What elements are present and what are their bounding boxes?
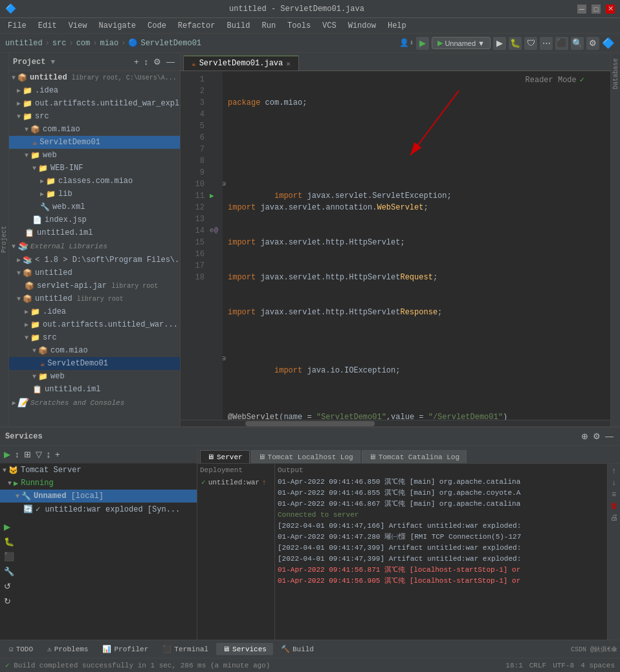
section-scratches[interactable]: ▶ 📝 Scratches and Consoles xyxy=(9,396,180,410)
svc-item-running[interactable]: ▼ ▶ Running xyxy=(0,477,197,490)
log-scroll-down-btn[interactable]: ↓ xyxy=(612,478,616,487)
services-settings-button[interactable]: ⚙ xyxy=(592,430,602,442)
tree-item-commiao2[interactable]: ▼ 📦 com.miao xyxy=(9,344,180,357)
log-clear-btn[interactable]: 🗑 xyxy=(610,501,618,510)
svc-reload-btn[interactable]: ↻ xyxy=(3,595,12,607)
close-button[interactable]: ✕ xyxy=(606,5,615,14)
tree-item-web2[interactable]: ▼ 📁 web xyxy=(9,370,180,383)
menu-view[interactable]: View xyxy=(63,20,93,32)
svc-sort-button[interactable]: ↨ xyxy=(45,448,52,461)
minimize-button[interactable]: ─ xyxy=(577,5,586,14)
svc-item-tomcat[interactable]: ▼ 🐱 Tomcat Server xyxy=(0,464,197,477)
project-dropdown[interactable]: ▼ xyxy=(50,58,55,66)
add-project-button[interactable]: + xyxy=(133,56,140,68)
build-button[interactable]: ▶ xyxy=(416,37,429,50)
editor-scrollbar[interactable] xyxy=(181,420,610,426)
tree-item-jdk[interactable]: ▶ 📚 < 1.8 > D:\soft\Program Files\... xyxy=(9,254,180,266)
tree-item-commiao[interactable]: ▼ 📦 com.miao xyxy=(9,123,180,136)
settings-button[interactable]: ⚙ xyxy=(586,37,599,50)
log-wrap-btn[interactable]: ≡ xyxy=(612,490,616,499)
tree-item-out[interactable]: ▶ 📁 out.artifacts.untitled_war_explo... xyxy=(9,97,180,110)
menu-window[interactable]: Window xyxy=(343,20,381,32)
tree-item-webxml[interactable]: 🔧 web.xml xyxy=(9,201,180,213)
menu-code[interactable]: Code xyxy=(142,20,172,32)
project-side-label[interactable]: Project xyxy=(0,221,9,258)
tree-item-idea[interactable]: ▶ 📁 .idea xyxy=(9,84,180,97)
menu-help[interactable]: Help xyxy=(382,20,412,32)
svc-tab-server[interactable]: 🖥 Server xyxy=(200,450,250,463)
menu-tools[interactable]: Tools xyxy=(282,20,316,32)
tab-servletdemo01[interactable]: ☕ ServletDemo01.java ✕ xyxy=(183,56,299,70)
tree-item-classes[interactable]: ▶ 📁 classes.com.miao xyxy=(9,175,180,188)
log-print-btn[interactable]: 🖨 xyxy=(610,513,618,522)
menu-edit[interactable]: Edit xyxy=(33,20,62,32)
tree-item-iml2[interactable]: 📋 untitled.iml xyxy=(9,383,180,396)
svc-btn2[interactable]: ↕ xyxy=(14,448,21,461)
gear-button[interactable]: ⚙ xyxy=(152,56,162,68)
dep-item-war[interactable]: ✓ untitled:war ↑ xyxy=(200,477,272,488)
svc-debug-btn[interactable]: 🐛 xyxy=(3,536,16,548)
maximize-button[interactable]: □ xyxy=(592,5,601,14)
tab-todo[interactable]: ☑ TODO xyxy=(3,643,39,655)
menu-vcs[interactable]: VCS xyxy=(317,20,342,32)
g11-run-icon[interactable]: ▶ xyxy=(210,190,223,202)
breadcrumb-part-1[interactable]: untitled xyxy=(5,39,43,48)
status-indent[interactable]: 4 spaces xyxy=(581,662,615,669)
svc-run-btn[interactable]: ▶ xyxy=(3,521,12,533)
coverage-button[interactable]: 🛡 xyxy=(524,37,537,50)
breadcrumb-part-2[interactable]: src xyxy=(52,39,67,48)
tree-item-src[interactable]: ▼ 📁 src xyxy=(9,110,180,123)
tree-item-untitled-lib[interactable]: ▼ 📦 untitled xyxy=(9,266,180,279)
svc-item-war[interactable]: 🔄 ✓ untitled:war exploded [Syn... xyxy=(0,503,197,515)
tree-item-webinf[interactable]: ▼ 📁 WEB-INF xyxy=(9,162,180,175)
debug-button[interactable]: 🐛 xyxy=(509,37,522,50)
tab-terminal[interactable]: ⬛ Terminal xyxy=(156,643,215,655)
sync-project-button[interactable]: ↕ xyxy=(143,56,150,68)
status-position[interactable]: 18:1 xyxy=(505,662,522,669)
svc-tab-catalina[interactable]: 🖥 Tomcat Catalina Log xyxy=(362,450,467,463)
tab-services[interactable]: 🖥 Services xyxy=(216,643,273,655)
status-encoding[interactable]: CRLF xyxy=(529,662,546,669)
g14-icons[interactable]: ⊙ @ xyxy=(210,225,223,237)
tree-item-out2[interactable]: ▶ 📁 out.artifacts.untitled_war... xyxy=(9,318,180,331)
section-external-libraries[interactable]: ▼ 📚 External Libraries xyxy=(9,239,180,254)
run-config-button[interactable]: ▶ Unnamed ▼ xyxy=(432,37,491,49)
database-label[interactable]: Database xyxy=(611,53,620,94)
tree-item-servletdemo01[interactable]: ☕ ServletDemo01 xyxy=(9,136,180,149)
log-pane[interactable]: Output 01-Apr-2022 09:41:46.850 淇℃伅 [mai… xyxy=(275,464,607,640)
editor-scroll-thumb[interactable] xyxy=(245,421,375,426)
tree-item-indexjsp[interactable]: 📄 index.jsp xyxy=(9,213,180,226)
tree-item-iml[interactable]: 📋 untitled.iml xyxy=(9,226,180,239)
svc-restart-button[interactable]: ▶ xyxy=(3,448,12,461)
tree-item-servletdemo01-2[interactable]: ☕ ServletDemo01 xyxy=(9,357,180,370)
svc-restart-btn2[interactable]: ↺ xyxy=(3,580,12,592)
code-content[interactable]: package com.miao; ⊖ import javax.servlet… xyxy=(223,71,610,420)
tree-item-web[interactable]: ▼ 📁 web xyxy=(9,149,180,162)
svc-item-unnamed[interactable]: ▼ 🔧 Unnamed [local] xyxy=(0,490,197,503)
tree-item-idea2[interactable]: ▶ 📁 .idea xyxy=(9,305,180,318)
tree-item-servlet-api[interactable]: 📦 servlet-api.jar library root xyxy=(9,279,180,292)
breadcrumb-part-3[interactable]: com xyxy=(76,39,91,48)
menu-navigate[interactable]: Navigate xyxy=(93,20,141,32)
tab-build[interactable]: 🔨 Build xyxy=(274,643,320,655)
services-close-button[interactable]: — xyxy=(604,430,615,442)
menu-refactor[interactable]: Refactor xyxy=(173,20,221,32)
breadcrumb-part-4[interactable]: miao xyxy=(100,39,118,48)
status-charset[interactable]: UTF-8 xyxy=(553,662,574,669)
tab-profiler[interactable]: 📊 Profiler xyxy=(96,643,155,655)
collapse-button[interactable]: — xyxy=(165,56,176,68)
svc-filter-button[interactable]: ▽ xyxy=(34,448,43,461)
svc-tab-localhost[interactable]: 🖥 Tomcat Localhost Log xyxy=(251,450,360,463)
services-plus-button[interactable]: ⊕ xyxy=(580,430,590,442)
svc-btn3[interactable]: ⊞ xyxy=(23,448,32,461)
tab-close-icon[interactable]: ✕ xyxy=(286,60,291,68)
svc-stop-btn[interactable]: ⬛ xyxy=(3,550,16,563)
svc-redeploy-btn[interactable]: 🔧 xyxy=(3,565,16,578)
menu-run[interactable]: Run xyxy=(256,20,281,32)
tree-item-lib[interactable]: ▶ 📁 lib xyxy=(9,188,180,201)
svc-add-button[interactable]: + xyxy=(54,448,61,461)
search-button[interactable]: 🔍 xyxy=(571,37,584,50)
stop-button[interactable]: ⬛ xyxy=(555,37,568,50)
menu-build[interactable]: Build xyxy=(221,20,255,32)
more-run-button[interactable]: ⋯ xyxy=(540,37,553,50)
